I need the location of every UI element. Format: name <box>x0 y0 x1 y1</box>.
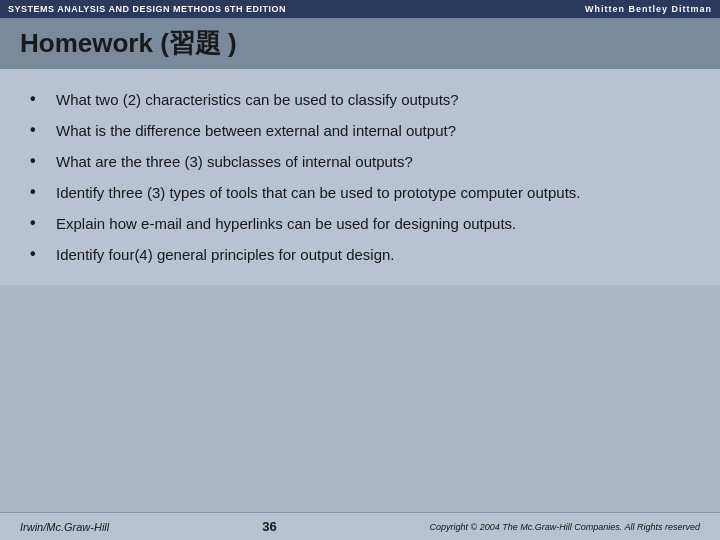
list-item: • What two (2) characteristics can be us… <box>30 89 690 110</box>
footer-publisher: Irwin/Mc.Graw-Hill <box>20 521 109 533</box>
list-item: • Identify four(4) general principles fo… <box>30 244 690 265</box>
top-bar: SYSTEMS ANALYSIS AND DESIGN METHODS 6th … <box>0 0 720 18</box>
bullet-text: Identify four(4) general principles for … <box>56 244 395 265</box>
top-bar-authors: Whitten Bentley Dittman <box>585 4 712 14</box>
list-item: • What are the three (3) subclasses of i… <box>30 151 690 172</box>
top-bar-title: SYSTEMS ANALYSIS AND DESIGN METHODS 6th … <box>8 4 286 14</box>
list-item: • What is the difference between externa… <box>30 120 690 141</box>
bullet-text: What are the three (3) subclasses of int… <box>56 151 413 172</box>
bullet-dot: • <box>30 214 42 232</box>
footer-copyright: Copyright © 2004 The Mc.Graw-Hill Compan… <box>430 522 700 532</box>
main-content: Homework (習題 ) • What two (2) characteri… <box>0 18 720 285</box>
bullet-text: Explain how e-mail and hyperlinks can be… <box>56 213 516 234</box>
bullet-dot: • <box>30 152 42 170</box>
footer-page-number: 36 <box>262 519 276 534</box>
bullet-text: What is the difference between external … <box>56 120 456 141</box>
bullet-dot: • <box>30 183 42 201</box>
bullet-text: Identify three (3) types of tools that c… <box>56 182 580 203</box>
bullet-section: • What two (2) characteristics can be us… <box>0 69 720 285</box>
homework-header: Homework (習題 ) <box>0 18 720 69</box>
bullet-dot: • <box>30 245 42 263</box>
list-item: • Identify three (3) types of tools that… <box>30 182 690 203</box>
page-title: Homework (習題 ) <box>20 26 700 61</box>
footer: Irwin/Mc.Graw-Hill 36 Copyright © 2004 T… <box>0 512 720 540</box>
bullet-dot: • <box>30 90 42 108</box>
bullet-dot: • <box>30 121 42 139</box>
list-item: • Explain how e-mail and hyperlinks can … <box>30 213 690 234</box>
bullet-text: What two (2) characteristics can be used… <box>56 89 459 110</box>
